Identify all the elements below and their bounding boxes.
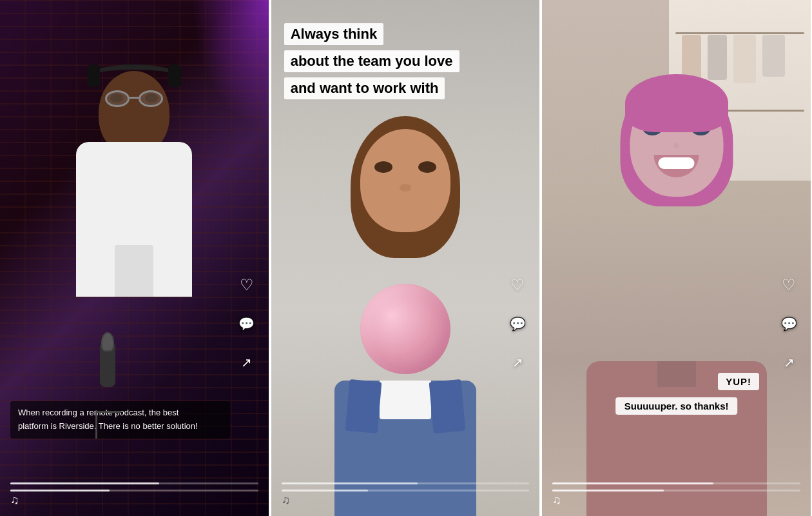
- panel1-icons: ♡ 💬 ↗: [235, 273, 258, 374]
- caption-line-1: When recording a remote podcast, the bes…: [18, 406, 222, 420]
- shirt-under: [380, 381, 431, 419]
- panel3-icons: ♡ 💬 ↗: [777, 273, 800, 374]
- music-note-3: ♫: [552, 493, 561, 507]
- text-overlay-2: Always think about the team you love and…: [284, 23, 527, 102]
- progress-track-1: [10, 482, 258, 484]
- mic-stand: [95, 410, 97, 439]
- person1-body: [76, 142, 192, 297]
- glasses-left: [105, 90, 130, 107]
- yup-bubble: YUP!: [718, 373, 759, 390]
- text-line-3-wrapper: and want to work with: [284, 77, 527, 102]
- thanks-bubble-wrapper: Suuuuuper. so thanks!: [615, 397, 738, 415]
- comment-button-3[interactable]: 💬: [777, 312, 800, 335]
- progress-fill-3: [282, 482, 418, 484]
- mic-arm: [95, 411, 121, 413]
- text-line-1-wrapper: Always think: [284, 23, 527, 48]
- progress-fill-1: [10, 482, 159, 484]
- person-figure-3: [567, 39, 786, 516]
- share-icon-2: ↗: [512, 355, 523, 370]
- person-figure-1: [13, 52, 256, 516]
- heart-icon-3: ♡: [782, 276, 796, 294]
- eye-right-2: [418, 161, 436, 173]
- mouth-3: [654, 155, 699, 177]
- progress-fill-4: [282, 490, 369, 491]
- progress-fill-6: [552, 490, 664, 491]
- hoodie-pocket: [115, 245, 153, 297]
- heart-icon: ♡: [240, 276, 254, 294]
- comment-button-2[interactable]: 💬: [506, 312, 529, 335]
- caption-line-2: platform is Riverside. There is no bette…: [18, 420, 222, 433]
- share-button[interactable]: ↗: [235, 351, 258, 374]
- progress-track-6: [552, 490, 800, 491]
- panel2-progress: [282, 482, 530, 497]
- comment-icon: 💬: [238, 316, 255, 332]
- hoodie-collar: [657, 361, 696, 387]
- head-2: [360, 129, 450, 232]
- text-line-2-wrapper: about the team you love: [284, 50, 527, 75]
- comment-button[interactable]: 💬: [235, 312, 258, 335]
- music-note-1: ♫: [10, 493, 19, 507]
- music-note-2: ♫: [282, 493, 291, 507]
- like-button-2[interactable]: ♡: [506, 273, 529, 297]
- glasses-right: [139, 90, 163, 107]
- lapel-left: [345, 379, 382, 433]
- panel2-icons: ♡ 💬 ↗: [506, 273, 529, 374]
- share-button-3[interactable]: ↗: [777, 351, 800, 374]
- microphone-head: [101, 332, 114, 352]
- yup-bubble-wrapper: YUP!: [718, 373, 759, 390]
- heart-icon-2: ♡: [510, 276, 525, 294]
- teeth-3: [659, 157, 695, 169]
- microphone-body: [100, 342, 115, 387]
- like-button-3[interactable]: ♡: [777, 273, 800, 297]
- text-tag-1: Always think: [284, 23, 383, 45]
- eye-left-2: [374, 161, 392, 173]
- like-button[interactable]: ♡: [235, 273, 258, 297]
- hair-pink-top: [625, 74, 728, 132]
- text-tag-3: and want to work with: [284, 77, 445, 99]
- share-icon-3: ↗: [784, 355, 795, 370]
- progress-fill-5: [552, 482, 713, 484]
- nose-piercing: [674, 143, 679, 148]
- bubblegum-bubble: [360, 284, 450, 374]
- share-icon: ↗: [241, 355, 252, 370]
- headphone-left: [87, 64, 100, 87]
- glasses-bridge: [130, 97, 139, 99]
- comment-icon-3: 💬: [781, 316, 797, 332]
- panel-podcast: ♡ 💬 ↗ When recording a remote podcast, t…: [0, 0, 270, 516]
- panel-bubblegum: Always think about the team you love and…: [270, 0, 541, 516]
- progress-fill-2: [10, 490, 110, 491]
- nose-2: [400, 184, 411, 192]
- panel-pink-hair: YUP! Suuuuuper. so thanks! ♡ 💬 ↗: [541, 0, 812, 516]
- panel1-progress: [10, 482, 258, 497]
- panel1-caption: When recording a remote podcast, the bes…: [10, 401, 230, 439]
- progress-track-2: [10, 490, 258, 491]
- lapel-right: [429, 379, 466, 433]
- progress-track-4: [282, 490, 530, 491]
- headphone-right: [168, 64, 181, 87]
- closet-rod-1: [675, 32, 804, 34]
- progress-track-3: [282, 482, 530, 484]
- panel3-progress: [552, 482, 800, 497]
- person-figure-2: [296, 64, 515, 516]
- progress-track-5: [552, 482, 800, 484]
- thanks-bubble: Suuuuuper. so thanks!: [615, 397, 738, 415]
- text-tag-2: about the team you love: [284, 50, 459, 72]
- headphones-arc: [92, 64, 176, 84]
- comment-icon-2: 💬: [510, 316, 526, 332]
- share-button-2[interactable]: ↗: [506, 351, 529, 374]
